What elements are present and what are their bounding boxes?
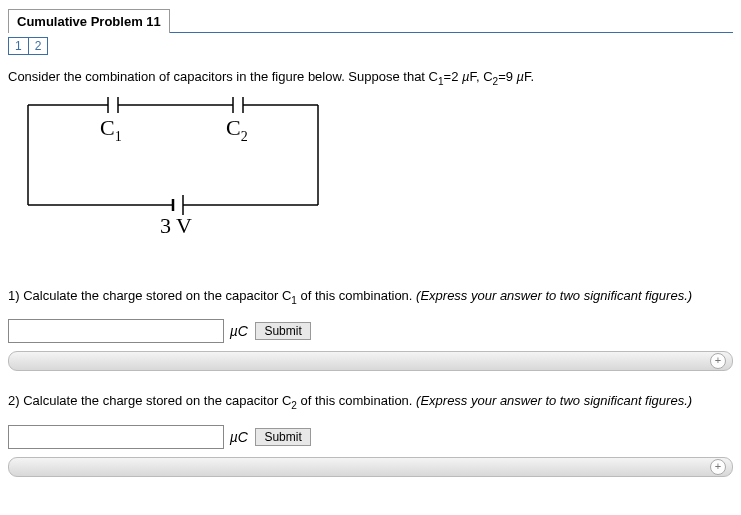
intro-mid3: =9 — [498, 69, 516, 84]
question-1: 1) Calculate the charge stored on the ca… — [8, 288, 733, 306]
submit-button-1[interactable]: Submit — [255, 322, 310, 340]
q2-num: 2) — [8, 393, 23, 408]
q2-hint: (Express your answer to two significant … — [416, 393, 692, 408]
plus-icon: + — [710, 353, 726, 369]
submit-button-2[interactable]: Submit — [255, 428, 310, 446]
expand-bar-1[interactable]: + — [8, 351, 733, 371]
c2-label: C — [226, 115, 241, 140]
circuit-diagram: C1 C2 3 V — [18, 95, 733, 258]
svg-text:C2: C2 — [226, 115, 248, 144]
unit-2: µC — [230, 429, 248, 445]
intro-unit2: µ — [517, 69, 525, 84]
tab-1[interactable]: 1 — [8, 37, 29, 55]
circuit-svg: C1 C2 3 V — [18, 95, 328, 255]
c2-sub: 2 — [241, 129, 248, 144]
intro-mid2: F, C — [469, 69, 492, 84]
q1-text-a: Calculate the charge stored on the capac… — [23, 288, 291, 303]
expand-bar-2[interactable]: + — [8, 457, 733, 477]
c1-label: C — [100, 115, 115, 140]
answer-row-2: µC Submit — [8, 425, 733, 449]
header-row: Cumulative Problem 11 — [8, 8, 733, 33]
tab-2[interactable]: 2 — [28, 37, 49, 55]
answer-input-1[interactable] — [8, 319, 224, 343]
q1-hint: (Express your answer to two significant … — [416, 288, 692, 303]
intro-text: Consider the combination of capacitors i… — [8, 69, 438, 84]
q2-text-a: Calculate the charge stored on the capac… — [23, 393, 291, 408]
voltage-label: 3 V — [160, 213, 192, 238]
unit-1: µC — [230, 323, 248, 339]
problem-title: Cumulative Problem 11 — [8, 9, 170, 33]
q2-text-b: of this combination. — [297, 393, 416, 408]
q1-text-b: of this combination. — [297, 288, 416, 303]
answer-row-1: µC Submit — [8, 319, 733, 343]
intro-mid1: =2 — [444, 69, 462, 84]
intro-suffix: F. — [524, 69, 534, 84]
plus-icon: + — [710, 459, 726, 475]
q1-num: 1) — [8, 288, 23, 303]
tab-row: 12 — [8, 37, 733, 55]
question-2: 2) Calculate the charge stored on the ca… — [8, 393, 733, 411]
svg-text:C1: C1 — [100, 115, 122, 144]
answer-input-2[interactable] — [8, 425, 224, 449]
problem-intro: Consider the combination of capacitors i… — [8, 69, 733, 87]
c1-sub: 1 — [115, 129, 122, 144]
